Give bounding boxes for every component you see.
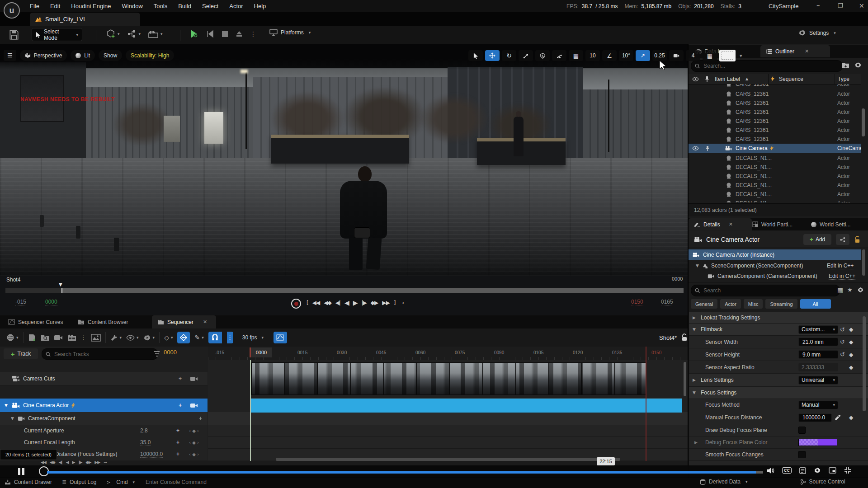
column-sequence[interactable]: Sequence — [779, 76, 803, 82]
outliner-row[interactable]: CARS_12361Actor — [689, 84, 859, 89]
reset-icon[interactable]: ↺ — [840, 326, 845, 333]
details-display-icon[interactable]: ▦ — [837, 286, 843, 294]
component-row[interactable]: ▼ SceneComponent (SceneComponent) Edit i… — [689, 261, 861, 271]
fps-dropdown[interactable]: 30 fps▾ — [242, 334, 264, 341]
loop-mode-button[interactable]: → — [399, 300, 404, 306]
track-current-focal-length[interactable]: Current Focal Length 35.0 + ‹ ◆ › — [0, 436, 208, 449]
row-eye-icon[interactable] — [692, 146, 699, 150]
sequencer-timeline[interactable]: -015 0015 0030 0045 0060 0075 0090 0105 … — [208, 347, 688, 461]
outliner-row[interactable]: DECALS_N1...Actor — [689, 172, 859, 181]
sequence-lock-icon[interactable] — [681, 333, 688, 341]
filter-all[interactable]: All — [800, 299, 831, 309]
sequence-column-bolt-icon[interactable] — [771, 76, 775, 82]
outliner-row[interactable]: CARS_12361Actor — [689, 99, 859, 108]
edit-in-cpp-link[interactable]: Edit in C++ — [829, 273, 855, 280]
camera-cuts-camera-icon[interactable] — [190, 376, 198, 382]
cinematics-button[interactable]: ▾ — [148, 29, 163, 38]
stop-button[interactable] — [222, 31, 228, 38]
prop-draw-debug-focus-plane[interactable]: Draw Debug Focus Plane — [689, 424, 868, 436]
platforms-dropdown[interactable]: Platforms ▾ — [269, 29, 311, 36]
eject-button[interactable] — [236, 30, 243, 38]
close-button[interactable]: ✕ — [859, 2, 864, 9]
draw-debug-focus-plane-checkbox[interactable] — [798, 427, 806, 434]
shot-end-marker[interactable] — [646, 347, 646, 461]
column-type[interactable]: Type — [838, 76, 849, 82]
camera-speed-value[interactable]: 4 — [686, 50, 700, 61]
rotate-tool-button[interactable]: ↻ — [502, 50, 516, 61]
track-current-aperture[interactable]: Current Aperture 2.8 + ‹ ◆ › — [0, 425, 208, 437]
content-drawer-button[interactable]: Content Drawer — [5, 479, 52, 485]
smooth-focus-changes-checkbox[interactable] — [798, 451, 806, 458]
blueprints-button[interactable]: ▾ — [127, 29, 141, 38]
prop-sensor-width[interactable]: Sensor Width ↺ ◆ — [689, 336, 868, 348]
coordinate-system-button[interactable] — [535, 50, 550, 61]
menu-houdini-engine[interactable]: Houdini Engine — [71, 3, 111, 9]
prop-focus-method[interactable]: Focus Method Manual▾ — [689, 399, 868, 411]
rotation-snap-toggle[interactable]: ∠ — [602, 50, 617, 61]
menu-select[interactable]: Select — [202, 3, 218, 9]
outliner-row[interactable]: DECALS_N1...Actor — [689, 199, 859, 202]
prev-key-button[interactable]: ◀◆ — [324, 300, 331, 306]
add-key-icon[interactable]: + — [176, 439, 179, 446]
component-row-selected[interactable]: Cine Camera Actor (Instance) — [689, 249, 861, 260]
record-button[interactable] — [291, 299, 301, 309]
add-actor-button[interactable]: ▾ — [106, 29, 120, 39]
select-mode-dropdown[interactable]: Select Mode ▾ — [32, 28, 82, 41]
menu-actor[interactable]: Actor — [229, 3, 243, 9]
curve-editor-toggle[interactable] — [274, 332, 287, 343]
captions-button[interactable]: CC — [782, 467, 792, 474]
cine-camera-camera-icon[interactable] — [190, 403, 198, 408]
range-start-field[interactable]: -015 — [15, 299, 26, 305]
show-dropdown[interactable]: Show — [99, 50, 122, 61]
menu-edit[interactable]: Edit — [50, 3, 60, 9]
cine-camera-track-bar[interactable] — [251, 399, 682, 413]
step-back-button[interactable]: ◀| — [335, 300, 340, 306]
derived-data-button[interactable]: Derived Data ▾ — [700, 479, 748, 485]
track-search-input[interactable] — [53, 351, 154, 358]
tab-details[interactable]: Details ✕ — [689, 218, 752, 230]
camera-cuts-add-icon[interactable]: + — [179, 375, 182, 382]
focus-method-dropdown[interactable]: Manual▾ — [798, 401, 838, 409]
timeline-vertical-scrollbar[interactable] — [684, 362, 686, 396]
menu-window[interactable]: Window — [122, 3, 143, 9]
perspective-dropdown[interactable]: Perspective — [20, 50, 67, 61]
outliner-row[interactable]: CARS_12361Actor — [689, 108, 859, 117]
create-camera-icon[interactable] — [54, 334, 63, 341]
category-filmback[interactable]: ▼ Filmback Custom...▾ ↺ ◆ — [689, 324, 868, 336]
expander-icon[interactable]: ▼ — [5, 403, 8, 408]
camera-cuts-filmstrip[interactable] — [251, 362, 646, 395]
details-lock-icon[interactable] — [854, 236, 861, 243]
pin-column-icon[interactable] — [705, 76, 709, 82]
skip-frame-button[interactable] — [206, 30, 214, 38]
surface-snap-button[interactable] — [552, 50, 566, 61]
menu-file[interactable]: File — [30, 3, 39, 9]
focus-distance-value[interactable]: 100000.0 — [140, 451, 163, 458]
filter-misc[interactable]: Misc — [744, 299, 763, 309]
category-lens-settings[interactable]: ▶ Lens Settings Universal▾ — [689, 374, 868, 387]
step-forward-button[interactable]: |▶ — [361, 300, 366, 306]
keyframe-options-dropdown[interactable]: ◇▾ — [164, 334, 173, 341]
layout-chevron-icon[interactable]: ▾ — [740, 53, 742, 59]
key-nav-icons[interactable]: ‹ ◆ › — [189, 440, 199, 445]
viewport-layout-button[interactable]: ▦ — [703, 50, 717, 61]
close-tab-icon[interactable]: ✕ — [805, 48, 809, 54]
expander-icon[interactable]: ▶ — [693, 315, 696, 320]
viewport-scrubber-track[interactable] — [5, 288, 684, 293]
expander-icon[interactable]: ▼ — [693, 390, 696, 395]
timeline-ruler[interactable]: -015 0015 0030 0045 0060 0075 0090 0105 … — [208, 347, 688, 361]
add-component-button[interactable]: + Add — [803, 234, 831, 245]
player-settings-icon[interactable] — [814, 467, 821, 474]
outliner-row[interactable]: CARS_12361Actor — [689, 135, 859, 144]
play-options-icon[interactable]: ⋮ — [250, 30, 256, 38]
sensor-width-input[interactable] — [802, 338, 835, 346]
play-reverse-button[interactable]: ◀ — [344, 299, 349, 306]
expander-icon[interactable]: ▼ — [693, 327, 696, 332]
scale-snap-toggle[interactable]: ↗ — [636, 50, 650, 61]
cine-camera-add-icon[interactable]: + — [179, 402, 182, 408]
source-control-button[interactable]: Source Control — [800, 479, 845, 485]
column-item-label[interactable]: Item Label — [715, 76, 740, 82]
track-camera-cuts[interactable]: Camera Cuts + — [0, 372, 208, 386]
keyframe-icon[interactable]: ◆ — [849, 414, 853, 421]
details-scrollbar[interactable] — [863, 316, 866, 411]
fullscreen-exit-icon[interactable] — [844, 467, 851, 474]
